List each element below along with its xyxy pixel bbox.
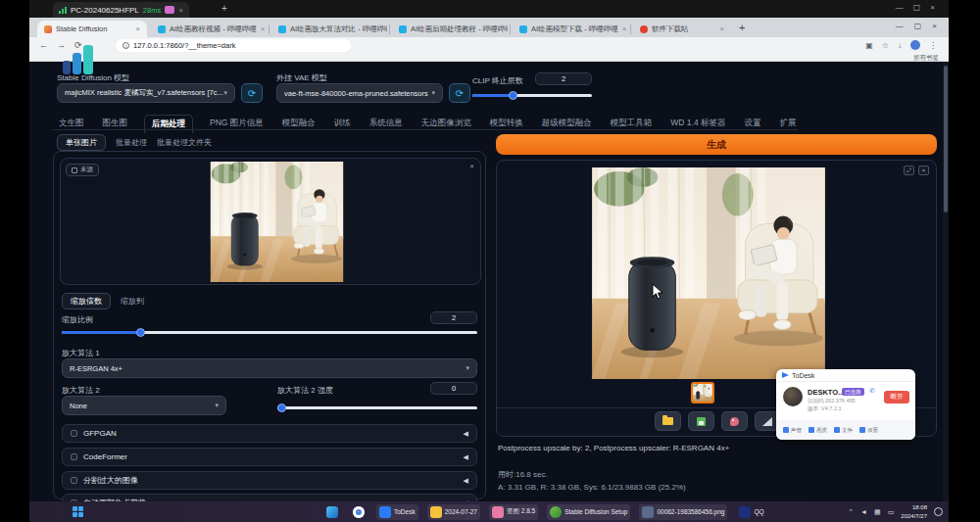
- close-icon[interactable]: ×: [930, 3, 935, 12]
- sound-action[interactable]: 声音: [783, 427, 802, 434]
- source-tab[interactable]: 来源: [66, 164, 99, 176]
- page-scrollbar[interactable]: [943, 62, 949, 501]
- close-tab-icon[interactable]: ×: [719, 24, 724, 33]
- open-folder-button[interactable]: [655, 411, 681, 431]
- menu-icon[interactable]: ⋮: [929, 41, 937, 50]
- fullscreen-icon[interactable]: ⤢: [904, 166, 914, 175]
- codeformer-accordion[interactable]: CodeFormer ◀: [62, 448, 477, 466]
- network-icon[interactable]: ▦: [874, 508, 881, 516]
- refresh-model-button[interactable]: ⟳: [241, 83, 263, 103]
- taskbar-clock[interactable]: 18:08 2024/7/27: [901, 503, 927, 519]
- clip-skip-slider[interactable]: [472, 94, 592, 97]
- call-icon[interactable]: ✆: [869, 387, 875, 395]
- profile-avatar[interactable]: [910, 40, 920, 50]
- checkbox-icon[interactable]: [71, 453, 77, 460]
- close-session-icon[interactable]: ×: [178, 6, 183, 15]
- browser-tab[interactable]: AI绘画教程视频 - 哔哩哔哩 ×: [151, 21, 267, 37]
- tab-settings[interactable]: 设置: [742, 115, 762, 133]
- extension-icon[interactable]: ▣: [865, 41, 873, 50]
- tab-img2img[interactable]: 图生图: [101, 115, 130, 133]
- minimize-icon[interactable]: —: [896, 3, 904, 12]
- tab-super-merger[interactable]: 超级模型融合: [540, 115, 594, 133]
- source-image-dropzone[interactable]: 来源 ×: [60, 158, 481, 285]
- resize-slider[interactable]: [62, 331, 477, 334]
- maximize-icon[interactable]: ▢: [913, 3, 921, 12]
- tab-system-info[interactable]: 系统信息: [368, 115, 405, 133]
- checkbox-icon[interactable]: [71, 430, 77, 437]
- battery-icon[interactable]: ▭: [888, 508, 895, 516]
- taskbar-qq[interactable]: QQ: [736, 504, 766, 520]
- new-session-button[interactable]: +: [221, 3, 227, 14]
- quality-action[interactable]: 画质: [808, 427, 827, 434]
- address-bar[interactable]: i 127.0.0.1:7860/?__theme=dark: [116, 39, 351, 52]
- start-button[interactable]: [73, 506, 84, 518]
- taskbar-sd-setup[interactable]: Stable Diffusion Setup: [547, 504, 630, 520]
- disconnect-button[interactable]: 断开: [884, 391, 909, 403]
- clear-image-icon[interactable]: ×: [469, 162, 474, 170]
- taskbar-chrome[interactable]: [350, 504, 368, 520]
- vae-dropdown[interactable]: vae-ft-mse-840000-ema-pruned.safetensors…: [276, 83, 443, 103]
- todesk-popup-header[interactable]: ToDesk: [776, 369, 915, 382]
- browser-tab-active[interactable]: Stable Diffusion ×: [37, 21, 147, 37]
- clip-skip-value[interactable]: 2: [535, 72, 592, 85]
- resize-value[interactable]: 2: [430, 311, 477, 324]
- close-preview-icon[interactable]: ×: [918, 166, 929, 175]
- sd-model-dropdown[interactable]: majicMIX realistic 麦橘写实_v7.safetensors […: [57, 83, 235, 103]
- close-icon[interactable]: ×: [932, 22, 937, 30]
- taskbar-png-viewer[interactable]: 00062-1983586456.png: [639, 504, 727, 520]
- subtab-single-image[interactable]: 单张图片: [57, 134, 106, 151]
- tray-chevron-icon[interactable]: ⌃: [848, 508, 854, 516]
- result-image[interactable]: [591, 167, 826, 379]
- save-button[interactable]: [688, 411, 714, 431]
- source-image[interactable]: [201, 162, 353, 282]
- tab-extensions[interactable]: 扩展: [777, 115, 798, 133]
- site-info-icon[interactable]: i: [122, 42, 129, 49]
- browser-tab[interactable]: AI绘画后期处理教程 - 哔哩哔哩 ×: [392, 21, 508, 37]
- subtab-batch-folder[interactable]: 批量处理文件夹: [157, 137, 212, 148]
- taskbar-image-app[interactable]: 竖图 2.8.5: [489, 504, 538, 520]
- maximize-icon[interactable]: ▢: [914, 22, 922, 30]
- refresh-vae-button[interactable]: ⟳: [449, 83, 470, 103]
- tab-extras[interactable]: 后期处理: [144, 115, 193, 133]
- record-icon[interactable]: [165, 6, 174, 14]
- generate-button[interactable]: 生成: [496, 134, 937, 155]
- close-tab-icon[interactable]: ×: [135, 24, 140, 33]
- send-to-inpaint-button[interactable]: [721, 411, 748, 431]
- new-tab-button[interactable]: +: [739, 22, 745, 33]
- file-action[interactable]: 文件: [834, 427, 853, 434]
- upscaler2-visibility-slider[interactable]: [277, 406, 477, 409]
- back-icon[interactable]: ←: [39, 40, 48, 50]
- upscaler2-dropdown[interactable]: None ▾: [62, 396, 226, 415]
- scale-to-tab[interactable]: 缩放到: [121, 296, 144, 307]
- browser-tab[interactable]: AI绘画模型下载 - 哔哩哔哩 ×: [513, 21, 628, 37]
- gfpgan-accordion[interactable]: GFPGAN ◀: [62, 424, 477, 443]
- scale-by-tab[interactable]: 缩放倍数: [62, 293, 111, 309]
- result-thumbnail[interactable]: [691, 382, 714, 403]
- tab-txt2img[interactable]: 文生图: [57, 115, 86, 133]
- volume-icon[interactable]: ◄: [860, 508, 867, 515]
- taskbar-folder[interactable]: 2024-07-27: [427, 504, 480, 520]
- bookmark-icon[interactable]: ☆: [882, 41, 889, 50]
- tab-model-converter[interactable]: 模型转换: [488, 115, 525, 133]
- tab-infinite-browser[interactable]: 无边图像浏览: [419, 115, 473, 133]
- tab-model-toolkit[interactable]: 模型工具箱: [609, 115, 655, 133]
- taskbar-widgets[interactable]: [323, 504, 341, 520]
- checkbox-icon[interactable]: [71, 477, 77, 484]
- upscaler2-visibility-value[interactable]: 0: [430, 382, 477, 395]
- download-icon[interactable]: ↓: [898, 41, 902, 50]
- tab-train[interactable]: 训练: [332, 115, 353, 133]
- browser-tab[interactable]: 软件下载站 ×: [633, 21, 731, 37]
- close-tab-icon[interactable]: ×: [261, 24, 266, 33]
- subtab-batch-process[interactable]: 批量处理: [116, 137, 147, 148]
- upscaler1-dropdown[interactable]: R-ESRGAN 4x+ ▾: [62, 358, 477, 378]
- taskbar-todesk[interactable]: ToDesk: [376, 504, 418, 520]
- tab-checkpoint-merger[interactable]: 模型融合: [280, 115, 318, 133]
- tab-png-info[interactable]: PNG 图片信息: [208, 115, 266, 133]
- tab-wd14-tagger[interactable]: WD 1.4 标签器: [668, 115, 727, 133]
- browser-tab[interactable]: AI绘画放大算法对比 - 哔哩哔哩 ×: [271, 21, 387, 37]
- minimize-icon[interactable]: —: [896, 22, 904, 30]
- todesk-session-tab[interactable]: PC-20240625HFPL 28ms ×: [53, 2, 189, 18]
- settings-action[interactable]: 设置: [859, 427, 878, 434]
- notification-icon[interactable]: [934, 507, 943, 516]
- split-oversized-accordion[interactable]: 分割过大的图像 ◀: [62, 471, 477, 490]
